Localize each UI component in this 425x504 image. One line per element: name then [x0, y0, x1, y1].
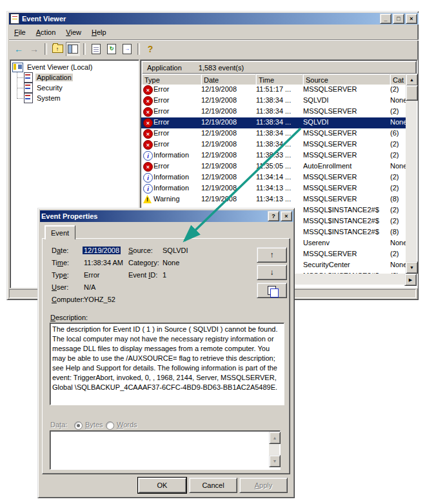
event-row[interactable]: !Warning12/19/200811:34:13 ...MSSQLSERVE…: [141, 194, 406, 205]
menu-help[interactable]: Help: [86, 27, 112, 37]
scroll-up-icon[interactable]: ▲: [269, 432, 281, 444]
dialog-title-bar[interactable]: Event Properties ? ×: [40, 210, 293, 222]
minimize-button[interactable]: _: [380, 14, 391, 24]
cell-source: MSSQL$INSTANCE2#$: [303, 228, 388, 236]
event-row[interactable]: iInformation12/19/200811:34:14 ...MSSQLS…: [141, 172, 406, 183]
event-log-icon: [24, 93, 33, 103]
menu-view[interactable]: View: [61, 27, 86, 37]
cell-cat: None: [390, 239, 406, 247]
tab-page: Date: 12/19/2008 Source: SQLVDI Time: 11…: [42, 238, 290, 474]
cell-source: Userenv: [303, 239, 388, 247]
data-scrollbar[interactable]: ▲ ▼: [269, 432, 279, 467]
properties-button[interactable]: [89, 42, 103, 56]
cell-date: 12/19/2008: [201, 96, 253, 104]
event-row[interactable]: iInformation12/19/200811:34:13 ...MSSQLS…: [141, 183, 406, 194]
cell-date: 12/19/2008: [201, 195, 253, 203]
event-id-label: Event ID:: [128, 271, 157, 279]
close-button[interactable]: ×: [406, 14, 417, 24]
refresh-button[interactable]: ↻: [104, 42, 119, 56]
words-label: Words: [117, 421, 137, 428]
menu-file[interactable]: File: [9, 27, 31, 37]
cell-time: 11:38:34 ...: [256, 118, 301, 126]
information-icon: i: [143, 151, 153, 161]
scroll-down-icon[interactable]: ▼: [406, 261, 418, 274]
previous-event-button[interactable]: ↑: [257, 247, 287, 263]
help-button[interactable]: ?: [143, 42, 157, 56]
tree-root-event-viewer[interactable]: Event Viewer (Local): [12, 62, 94, 72]
menu-action[interactable]: Action: [31, 27, 61, 37]
description-text: The description for Event ID ( 1 ) in So…: [52, 325, 278, 391]
vertical-scrollbar[interactable]: ▲ ▼: [406, 74, 417, 274]
event-row[interactable]: iInformation12/19/200811:38:33 ...MSSQLS…: [141, 150, 406, 161]
computer-label: Computer:: [52, 296, 84, 303]
scroll-up-icon[interactable]: ▲: [406, 74, 418, 86]
forward-button[interactable]: →: [27, 42, 41, 56]
event-row[interactable]: ×Error12/19/200811:51:17 ...MSSQLSERVER(…: [141, 85, 406, 96]
data-box[interactable]: ▲ ▼: [50, 430, 281, 470]
cell-cat: (2): [390, 184, 406, 192]
event-row[interactable]: ×Error12/19/200811:38:34 ...SQLVDINone: [141, 117, 406, 128]
tree-item-security[interactable]: Security: [24, 83, 64, 93]
copy-event-button[interactable]: [257, 283, 287, 298]
cell-type: Warning: [153, 195, 199, 203]
event-row[interactable]: ×Error12/19/200811:38:34 ...MSSQLSERVER(…: [141, 106, 406, 117]
cell-time: 11:35:05 ...: [256, 162, 301, 170]
user-value: N/A: [84, 283, 95, 291]
cell-source: MSSQLSERVER: [303, 151, 388, 159]
scroll-right-icon[interactable]: ▶: [404, 274, 417, 286]
scroll-down-icon[interactable]: ▼: [269, 455, 281, 467]
cell-time: 11:38:34 ...: [256, 96, 301, 104]
cell-type: Information: [153, 184, 199, 192]
tab-event[interactable]: Event: [44, 225, 75, 239]
cell-source: MSSQL$INSTANCE2#$: [303, 217, 388, 225]
up-one-level-button[interactable]: ↑: [50, 42, 64, 56]
tree-item-application[interactable]: Application: [24, 72, 73, 83]
cell-type: Error: [153, 85, 199, 93]
ok-button[interactable]: OK: [138, 478, 186, 493]
toolbar-separator: [137, 43, 140, 55]
tree-item-system[interactable]: System: [24, 93, 62, 103]
cell-cat: (2): [390, 173, 406, 181]
cell-time: 11:38:34 ...: [256, 129, 301, 137]
bytes-radio[interactable]: [74, 421, 83, 430]
cell-type: Error: [153, 129, 199, 137]
back-button[interactable]: ←: [12, 42, 26, 56]
description-box[interactable]: The description for Event ID ( 1 ) in So…: [50, 323, 284, 405]
cell-type: Information: [153, 173, 199, 181]
console-tree-icon: [68, 45, 78, 54]
event-row[interactable]: ×Error12/19/200811:38:34 ...SQLVDINone: [141, 96, 406, 106]
event-row[interactable]: ×Error12/19/200811:38:34 ...MSSQLSERVER(…: [141, 139, 406, 150]
cell-source: MSSQL$INSTANCE2#$: [303, 206, 388, 214]
cell-cat: None: [390, 162, 406, 170]
tree-item-label: Security: [35, 84, 64, 92]
description-label: Description:: [50, 314, 88, 321]
title-bar[interactable]: Event Viewer _ □ ×: [9, 13, 419, 25]
next-event-button[interactable]: ↓: [257, 265, 287, 280]
cell-source: MSSQLSERVER: [303, 173, 388, 181]
export-list-button[interactable]: →: [120, 42, 134, 56]
event-row[interactable]: ×Error12/19/200811:38:34 ...MSSQLSERVER(…: [141, 128, 406, 139]
time-value: 11:38:34 AM: [84, 259, 123, 267]
cell-time: 11:38:33 ...: [256, 151, 301, 159]
dialog-title: Event Properties: [41, 212, 97, 220]
words-radio[interactable]: [106, 421, 114, 430]
cell-cat: (2): [390, 107, 406, 115]
date-value: 12/19/2008: [83, 247, 121, 254]
export-list-icon: →: [123, 44, 132, 54]
type-label: Type:: [52, 271, 69, 279]
context-help-button[interactable]: ?: [268, 211, 279, 221]
cell-cat: (2): [390, 151, 406, 159]
bytes-label: Bytes: [85, 421, 103, 428]
cell-date: 12/19/2008: [201, 85, 253, 93]
tree-root-label: Event Viewer (Local): [26, 63, 94, 71]
maximize-button[interactable]: □: [393, 14, 404, 24]
status-pane: [286, 289, 416, 298]
cancel-button[interactable]: Cancel: [189, 478, 237, 493]
cell-cat: (6): [390, 129, 406, 137]
event-row[interactable]: ×Error12/19/200811:35:05 ...AutoEnrollme…: [141, 161, 406, 172]
show-hide-console-tree-button[interactable]: [66, 42, 80, 56]
error-icon: ×: [143, 85, 153, 95]
cell-type: Error: [153, 162, 199, 170]
dialog-close-button[interactable]: ×: [281, 211, 292, 221]
scrollbar-thumb[interactable]: [406, 85, 418, 101]
